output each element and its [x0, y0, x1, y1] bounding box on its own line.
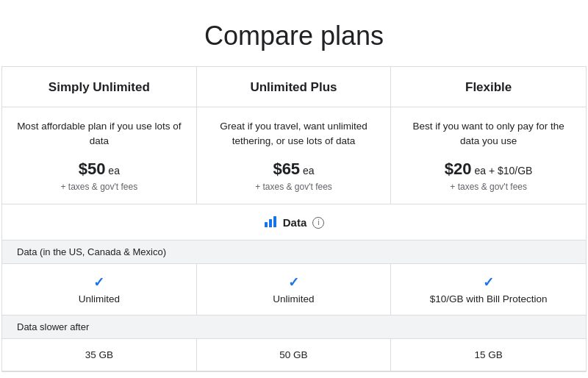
flexible-description: Best if you want to only pay for the dat…	[406, 119, 571, 149]
feature-cell-unlimited-plus-slower: 50 GB	[197, 339, 392, 371]
plan-detail-simply-unlimited: Most affordable plan if you use lots of …	[2, 107, 197, 204]
checkmark-icon-1: ✓	[93, 274, 104, 290]
category-data-slower-after: Data slower after	[2, 315, 586, 339]
unlimited-plus-price: $65 ea	[273, 160, 314, 179]
unlimited-plus-description: Great if you travel, want unlimited teth…	[212, 119, 376, 149]
simply-unlimited-taxes: + taxes & gov't fees	[60, 182, 137, 192]
plan-header-flexible: Flexible	[391, 67, 586, 107]
simply-unlimited-price: $50 ea	[79, 160, 120, 179]
flexible-taxes: + taxes & gov't fees	[450, 182, 527, 192]
feature-value-flexible-slower: 15 GB	[475, 349, 503, 360]
data-section-label: Data	[283, 216, 307, 229]
plan-detail-flexible: Best if you want to only pay for the dat…	[391, 107, 586, 204]
plan-header-unlimited-plus: Unlimited Plus	[197, 67, 392, 107]
feature-cell-simply-unlimited-data: ✓ Unlimited	[2, 264, 197, 315]
plans-details-row: Most affordable plan if you use lots of …	[2, 107, 586, 204]
feature-value-simply-unlimited-data: Unlimited	[79, 293, 120, 304]
info-icon[interactable]: i	[312, 217, 324, 229]
plans-header-row: Simply Unlimited Unlimited Plus Flexible	[2, 67, 586, 107]
plan-header-simply-unlimited: Simply Unlimited	[2, 67, 197, 107]
checkmark-icon-3: ✓	[483, 274, 494, 290]
feature-row-data-slower: 35 GB 50 GB 15 GB	[2, 339, 586, 371]
svg-rect-0	[265, 222, 268, 227]
feature-cell-unlimited-plus-data: ✓ Unlimited	[197, 264, 392, 315]
flexible-price: $20 ea + $10/GB	[445, 160, 533, 179]
feature-cell-simply-unlimited-slower: 35 GB	[2, 339, 197, 371]
svg-rect-1	[269, 219, 272, 227]
feature-row-data-unlimited: ✓ Unlimited ✓ Unlimited ✓ $10/GB with Bi…	[2, 264, 586, 315]
feature-value-flexible-data: $10/GB with Bill Protection	[430, 293, 548, 304]
feature-cell-flexible-data: ✓ $10/GB with Bill Protection	[391, 264, 586, 315]
feature-value-unlimited-plus-slower: 50 GB	[279, 349, 307, 360]
compare-plans-table: Simply Unlimited Unlimited Plus Flexible…	[1, 66, 587, 372]
category-data-us-canada-mexico: Data (in the US, Canada & Mexico)	[2, 240, 586, 264]
feature-value-simply-unlimited-slower: 35 GB	[85, 349, 113, 360]
data-section-header: Data i	[2, 204, 586, 240]
unlimited-plus-taxes: + taxes & gov't fees	[255, 182, 332, 192]
page-title: Compare plans	[0, 0, 588, 66]
feature-value-unlimited-plus-data: Unlimited	[273, 293, 314, 304]
plan-detail-unlimited-plus: Great if you travel, want unlimited teth…	[197, 107, 392, 204]
data-bars-icon	[264, 215, 277, 231]
simply-unlimited-description: Most affordable plan if you use lots of …	[17, 119, 182, 149]
feature-cell-flexible-slower: 15 GB	[391, 339, 586, 371]
checkmark-icon-2: ✓	[288, 274, 299, 290]
svg-rect-2	[273, 216, 276, 227]
